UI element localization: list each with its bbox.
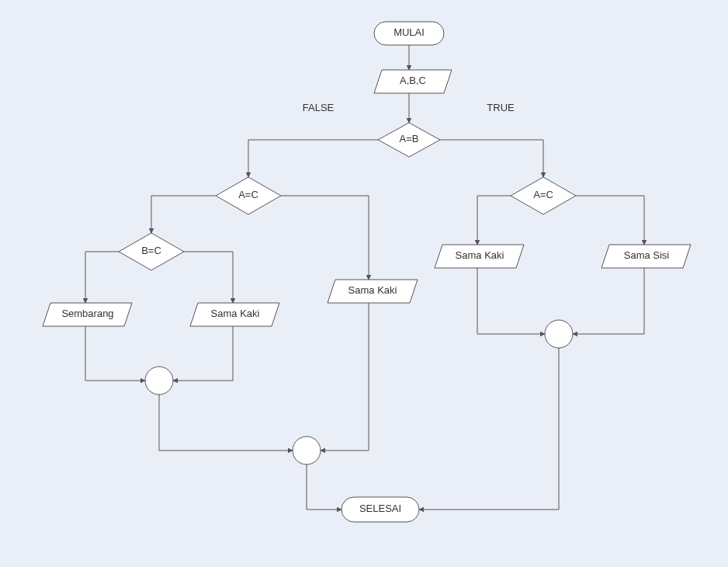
node-output-samakaki-2: Sama Kaki [328,280,418,303]
edge [151,196,216,233]
edge [440,140,543,177]
edge [173,326,233,381]
node-output-sembarang-label: Sembarang [61,308,113,319]
node-input-label: A,B,C [400,75,426,86]
edge [477,268,545,334]
edge [307,464,341,510]
node-end: SELESAI [341,497,419,522]
node-output-samakaki-3-label: Sama Kaki [456,249,504,261]
edge [184,252,233,303]
node-connector-1 [145,367,173,395]
node-decision-ac-right: A=C [511,177,576,214]
edge [321,303,369,450]
node-end-label: SELESAI [359,503,401,514]
edge [85,252,119,303]
node-decision-ac-left-label: A=C [238,189,258,200]
node-decision-bc: B=C [119,233,184,270]
edge [576,196,644,245]
node-decision-ab: A=B [378,123,440,157]
edge [419,348,559,510]
node-output-samakaki-1: Sama Kaki [190,303,279,326]
node-output-samasisi-label: Sama Sisi [624,249,670,261]
node-connector-3 [545,320,573,348]
edge [159,395,293,450]
node-decision-ab-label: A=B [400,133,419,144]
node-connector-2 [293,437,321,464]
branch-label-false: FALSE [303,102,335,113]
edge [281,196,369,280]
node-start-label: MULAI [393,26,425,38]
svg-point-13 [545,320,573,348]
node-output-sembarang: Sembarang [43,303,132,326]
branch-label-true: TRUE [487,102,515,113]
edge [85,326,145,381]
node-input: A,B,C [374,70,452,93]
node-start: MULAI [374,22,444,45]
node-decision-ac-right-label: A=C [533,189,553,200]
flowchart-canvas: MULAI A,B,C FALSE TRUE A=B A=C A=C B=C [0,0,728,567]
node-output-samakaki-2-label: Sama Kaki [348,284,397,296]
node-decision-ac-left: A=C [216,177,281,214]
node-output-samasisi: Sama Sisi [601,245,691,268]
node-output-samakaki-1-label: Sama Kaki [211,308,260,319]
svg-point-11 [145,367,173,395]
svg-point-12 [293,437,321,464]
edge [248,140,378,177]
edge [477,196,511,245]
node-decision-bc-label: B=C [141,245,161,256]
node-output-samakaki-3: Sama Kaki [435,245,524,268]
edge [573,268,644,334]
